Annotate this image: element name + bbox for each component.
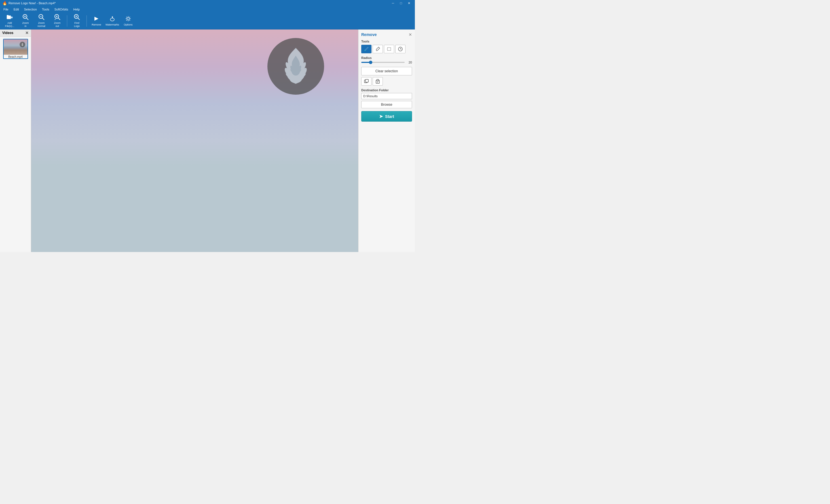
svg-rect-38 — [365, 79, 369, 82]
title-bar: 🔥 Remove Logo Now! - Beach.mp4* ─ □ ✕ — [0, 0, 415, 6]
start-button[interactable]: ➤ Start — [361, 111, 412, 122]
start-arrow-icon: ➤ — [379, 114, 383, 119]
find-logo-button[interactable]: FindLogo — [69, 13, 84, 28]
video-thumbnail-image — [4, 39, 28, 55]
main-layout: Videos ✕ Beach.mp4 — [0, 30, 415, 252]
add-files-icon — [6, 14, 13, 21]
add-files-label: AddFile(s)... — [5, 22, 14, 28]
radius-row: 20 — [361, 61, 412, 64]
clear-selection-button[interactable]: Clear selection — [361, 67, 412, 75]
watermarks-icon — [109, 15, 116, 23]
title-text: Remove Logo Now! - Beach.mp4* — [8, 1, 56, 5]
rect-tool-button[interactable] — [384, 45, 394, 53]
browse-button[interactable]: Browse — [361, 101, 412, 108]
clock-tool-button[interactable] — [395, 45, 406, 53]
brush-tool-button[interactable] — [361, 45, 372, 53]
svg-line-10 — [42, 18, 44, 20]
menu-file[interactable]: File — [1, 7, 11, 12]
menu-selection[interactable]: Selection — [22, 7, 39, 12]
svg-rect-33 — [387, 47, 391, 51]
tools-section: Tools — [361, 40, 412, 53]
sidebar-panel: Videos ✕ Beach.mp4 — [0, 30, 31, 252]
svg-point-19 — [75, 15, 77, 17]
maximize-button[interactable]: □ — [397, 0, 405, 6]
right-panel-header: Remove ✕ — [361, 32, 412, 37]
menu-tools[interactable]: Tools — [40, 7, 52, 12]
svg-rect-32 — [376, 50, 377, 51]
remove-icon — [93, 15, 99, 23]
tools-buttons — [361, 45, 412, 53]
paste-frame-button[interactable] — [373, 77, 383, 86]
radius-section: Radius 20 — [361, 56, 412, 64]
remove-button[interactable]: Remove — [89, 13, 104, 28]
flame-svg — [280, 46, 311, 86]
options-button[interactable]: Options — [121, 13, 135, 28]
right-panel: Remove ✕ Tools — [358, 30, 415, 252]
find-logo-icon — [74, 14, 80, 21]
svg-line-18 — [78, 18, 80, 20]
zoom-in-button[interactable]: Zoomin — [18, 13, 33, 28]
copy-frame-button[interactable] — [361, 77, 372, 86]
svg-point-21 — [110, 18, 114, 21]
destination-label: Destination Folder — [361, 89, 412, 92]
radius-label: Radius — [361, 56, 412, 60]
zoom-normal-icon — [38, 14, 44, 21]
extra-buttons — [361, 77, 412, 86]
options-label: Options — [124, 23, 132, 26]
svg-point-31 — [364, 50, 365, 51]
svg-rect-1 — [7, 15, 8, 16]
toolbar-separator-2 — [87, 15, 87, 27]
logo-overlay — [267, 38, 324, 95]
svg-line-13 — [58, 18, 60, 20]
svg-rect-40 — [377, 79, 379, 81]
menu-softorbits[interactable]: SoftOrbits — [52, 7, 71, 12]
sidebar-header: Videos ✕ — [0, 30, 31, 37]
destination-section: Destination Folder Browse — [361, 89, 412, 108]
zoom-in-icon — [23, 14, 29, 21]
radius-slider[interactable] — [361, 62, 405, 63]
menu-edit[interactable]: Edit — [11, 7, 21, 12]
window-controls: ─ □ ✕ — [389, 0, 413, 6]
svg-line-30 — [126, 20, 127, 21]
sidebar-close-button[interactable]: ✕ — [25, 31, 29, 35]
zoom-normal-button[interactable]: Zoomnormal — [34, 13, 49, 28]
zoom-out-button[interactable]: Zoomout — [50, 13, 65, 28]
beach-background — [31, 30, 358, 252]
destination-input[interactable] — [361, 93, 412, 99]
find-logo-label: FindLogo — [74, 22, 80, 28]
options-icon — [125, 15, 131, 23]
svg-point-22 — [127, 18, 129, 20]
svg-rect-0 — [7, 15, 11, 19]
svg-line-16 — [55, 19, 56, 20]
radius-value: 20 — [406, 61, 412, 64]
video-area: ◀ ▶ — [31, 30, 358, 252]
right-panel-close-button[interactable]: ✕ — [409, 32, 412, 37]
video-filename-label: Beach.mp4 — [4, 55, 28, 58]
video-canvas[interactable] — [31, 30, 358, 252]
logo-circle — [267, 38, 324, 95]
zoom-out-label: Zoomout — [54, 22, 60, 28]
clear-row: Clear selection — [361, 67, 412, 86]
add-files-button[interactable]: AddFile(s)... — [2, 13, 17, 28]
menu-help[interactable]: Help — [71, 7, 82, 12]
remove-label: Remove — [92, 23, 101, 26]
toolbar-separator-1 — [67, 15, 67, 27]
zoom-in-label: Zoomin — [22, 22, 29, 28]
svg-line-27 — [126, 17, 127, 18]
svg-line-6 — [26, 18, 28, 20]
eraser-tool-button[interactable] — [373, 45, 383, 53]
minimize-button[interactable]: ─ — [389, 0, 397, 6]
right-panel-title: Remove — [361, 32, 377, 37]
sidebar-title: Videos — [2, 31, 13, 35]
title-bar-left: 🔥 Remove Logo Now! - Beach.mp4* — [2, 1, 56, 5]
svg-line-28 — [129, 20, 130, 21]
watermarks-label: Watermarks — [105, 23, 119, 26]
zoom-normal-label: Zoomnormal — [37, 22, 45, 28]
watermarks-button[interactable]: Watermarks — [105, 13, 120, 28]
close-button[interactable]: ✕ — [405, 0, 413, 6]
video-thumbnail-item[interactable]: Beach.mp4 — [3, 39, 28, 59]
start-label: Start — [385, 114, 394, 119]
tools-label: Tools — [361, 40, 412, 43]
svg-line-29 — [129, 17, 130, 18]
sidebar-content: Beach.mp4 — [0, 37, 31, 61]
